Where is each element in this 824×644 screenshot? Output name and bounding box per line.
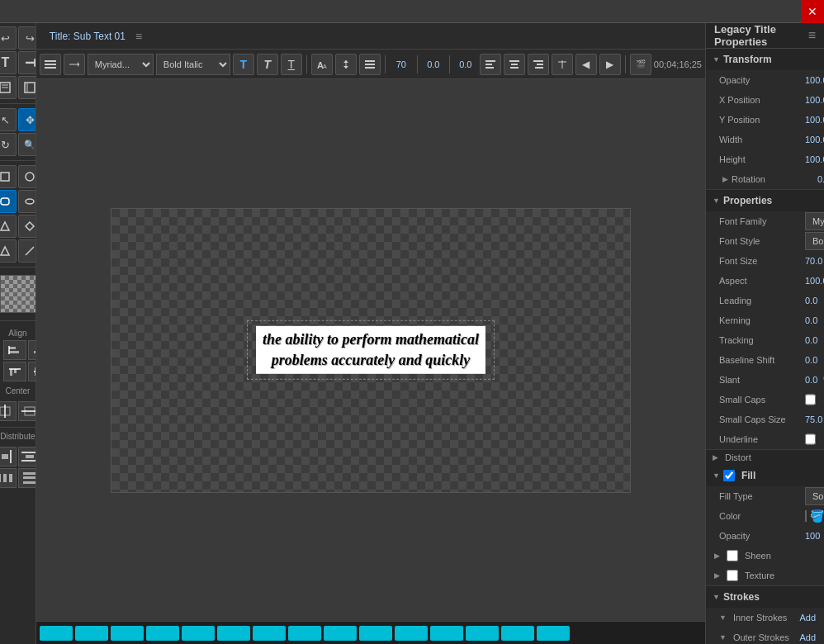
leading-value[interactable]: 0.0: [805, 296, 817, 305]
opacity-row[interactable]: Opacity 100.0 %: [706, 70, 824, 90]
timeline-segment[interactable]: [146, 626, 179, 641]
yposition-value[interactable]: 100.0: [805, 115, 824, 125]
align-middle-button[interactable]: [28, 362, 36, 381]
font-family-select[interactable]: Myriad...: [88, 54, 154, 75]
timeline-segment[interactable]: [288, 626, 321, 641]
rounded-rect-tool[interactable]: [0, 190, 17, 213]
fill-opacity-value[interactable]: 100: [805, 531, 820, 541]
distribute-v-button[interactable]: [18, 447, 36, 466]
tracking-row[interactable]: Tracking 0.0: [706, 330, 824, 350]
small-caps-size-row[interactable]: Small Caps Size 75.0 %: [706, 410, 824, 429]
fill-eyedropper[interactable]: 🪣: [810, 509, 824, 523]
undo-button[interactable]: ↩: [0, 26, 17, 50]
rotation-value[interactable]: 0.0: [817, 174, 824, 184]
timeline-segment[interactable]: [466, 626, 499, 641]
timeline-segment[interactable]: [324, 626, 357, 641]
fill-section-header[interactable]: ▼ Fill: [706, 465, 824, 486]
text-align-button[interactable]: [359, 54, 381, 75]
ellipse-tool[interactable]: [18, 165, 36, 188]
leading-row[interactable]: Leading 0.0: [706, 291, 824, 310]
aspect-value[interactable]: 100.0: [805, 276, 824, 286]
text-overlay[interactable]: the ability to perform mathematical prob…: [247, 320, 495, 380]
color-preview[interactable]: [0, 275, 36, 313]
text-color-button[interactable]: T: [233, 54, 254, 75]
small-caps-row[interactable]: Small Caps: [706, 390, 824, 410]
kerning-value[interactable]: 0.0: [805, 315, 817, 325]
align-left-text-button[interactable]: [480, 54, 501, 75]
inner-strokes-row[interactable]: ▼ Inner Strokes Add: [706, 608, 824, 627]
align-center-text-button[interactable]: [504, 54, 525, 75]
text-next-button[interactable]: ▶: [599, 54, 621, 75]
rotate-tool[interactable]: ↻: [0, 133, 17, 156]
sheen-checkbox[interactable]: [727, 550, 738, 561]
align-center-button[interactable]: [28, 340, 36, 360]
yposition-row[interactable]: Y Position 100.0: [706, 110, 824, 130]
timeline-segment[interactable]: [537, 626, 570, 641]
baseline-shift-row[interactable]: Baseline Shift 0.0: [706, 350, 824, 370]
font-size-value[interactable]: 70.0: [805, 256, 822, 266]
kerning-row[interactable]: Kerning 0.0: [706, 310, 824, 330]
baseline-shift-value[interactable]: 0.0: [805, 355, 817, 365]
underline-checkbox[interactable]: [805, 433, 816, 445]
font-size-row[interactable]: Font Size 70.0: [706, 251, 824, 271]
timeline-segment[interactable]: [217, 626, 250, 641]
font-style-property-select[interactable]: Bold Italic: [805, 232, 824, 250]
timeline-segment[interactable]: [359, 626, 392, 641]
timeline-segment[interactable]: [501, 626, 534, 641]
text-underline-button[interactable]: T: [281, 54, 302, 75]
outer-strokes-add-button[interactable]: Add: [799, 632, 816, 642]
texture-row[interactable]: ▶ Texture: [706, 566, 824, 585]
inner-strokes-add-button[interactable]: Add: [799, 613, 816, 623]
slant-value[interactable]: 0.0: [805, 375, 817, 385]
width-row[interactable]: Width 100.0: [706, 130, 824, 149]
properties-section-header[interactable]: ▼ Properties: [706, 190, 824, 211]
move-tool[interactable]: ✥: [18, 108, 36, 131]
wedge-tool[interactable]: [0, 239, 17, 263]
oval-tool[interactable]: [18, 190, 36, 213]
underline-row[interactable]: Underline: [706, 429, 824, 449]
tab-title[interactable]: Title: Sub Text 01: [43, 27, 132, 45]
distribute-v2-button[interactable]: [18, 468, 36, 488]
redo-button[interactable]: ↪: [18, 26, 36, 50]
timeline-segment[interactable]: [40, 626, 73, 641]
distribute-h-button[interactable]: [0, 447, 17, 466]
width-value[interactable]: 100.0: [805, 135, 824, 144]
text-horizontal-tool[interactable]: T: [0, 51, 17, 74]
timeline-segment[interactable]: [182, 626, 215, 641]
slant-row[interactable]: Slant 0.0 °: [706, 370, 824, 390]
small-caps-checkbox[interactable]: [805, 394, 816, 405]
timeline-segment[interactable]: [75, 626, 108, 641]
text-area-v-tool[interactable]: [18, 76, 36, 99]
close-button[interactable]: ✕: [801, 0, 824, 23]
xposition-row[interactable]: X Position 100.0: [706, 90, 824, 110]
zoom-tool[interactable]: 🔍: [18, 133, 36, 156]
font-size-large-button[interactable]: AA: [311, 54, 333, 75]
font-family-property-select[interactable]: Myriad Pro: [805, 212, 824, 230]
center-v-button[interactable]: [18, 401, 36, 421]
timeline-segment[interactable]: [111, 626, 144, 641]
small-caps-size-value[interactable]: 75.0: [805, 414, 822, 424]
align-left-button[interactable]: [3, 340, 26, 360]
tracking-value[interactable]: 0.0: [805, 335, 817, 345]
opacity-value[interactable]: 100.0: [805, 75, 824, 85]
height-value[interactable]: 100.0: [805, 154, 824, 164]
tab-button[interactable]: [64, 54, 85, 75]
texture-checkbox[interactable]: [727, 570, 738, 581]
height-row[interactable]: Height 100.0: [706, 149, 824, 169]
transform-section-header[interactable]: ▼ Transform: [706, 49, 824, 70]
distribute-h2-button[interactable]: [0, 468, 17, 488]
select-tool[interactable]: ↖: [0, 108, 17, 131]
align-top-button[interactable]: [3, 362, 26, 381]
indent-list-button[interactable]: [40, 54, 61, 75]
timeline-segment[interactable]: [395, 626, 428, 641]
tab-stops-button[interactable]: [552, 54, 573, 75]
fill-color-row[interactable]: Color 🪣: [706, 506, 824, 526]
fill-type-row[interactable]: Fill Type Solid: [706, 486, 824, 506]
align-right-text-button[interactable]: [528, 54, 549, 75]
fill-opacity-row[interactable]: Opacity 100 %: [706, 526, 824, 546]
rotation-row[interactable]: ▶ Rotation 0.0 °: [706, 169, 824, 189]
rect-tool[interactable]: [0, 165, 17, 188]
timeline-segment[interactable]: [253, 626, 286, 641]
timeline-segment[interactable]: [430, 626, 463, 641]
font-style-select[interactable]: Bold Italic: [156, 54, 230, 75]
